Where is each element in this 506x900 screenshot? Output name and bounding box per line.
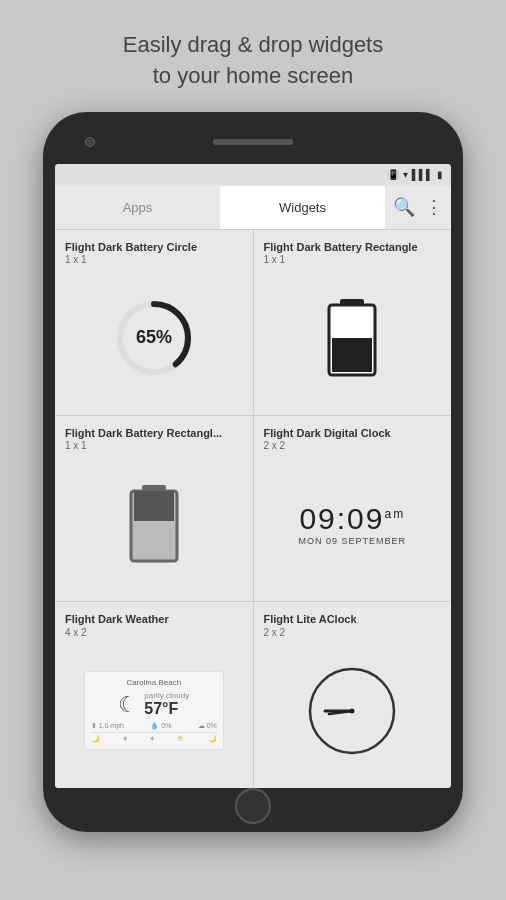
widget-digital-clock-size: 2 x 2 <box>264 440 442 451</box>
wifi-icon: ▾ <box>403 169 408 180</box>
header-line2: to your home screen <box>153 63 354 88</box>
widget-analog-clock-title: Flight Lite AClock <box>264 612 442 626</box>
tab-apps[interactable]: Apps <box>55 186 220 229</box>
widget-battery-circle-size: 1 x 1 <box>65 254 243 265</box>
weather-day4: ⛅ <box>177 735 186 743</box>
weather-moon-icon: ☾ <box>118 692 138 718</box>
battery-circle-svg: 65% <box>114 298 194 378</box>
vibrate-icon: 📳 <box>387 169 399 180</box>
battery-status-icon: ▮ <box>437 169 443 180</box>
clock-time-display: 09:09am <box>299 502 405 536</box>
phone-camera <box>85 137 95 147</box>
widget-battery-rect2-size: 1 x 1 <box>65 440 243 451</box>
phone-bottom-bar <box>55 788 451 824</box>
widget-digital-clock-title: Flight Dark Digital Clock <box>264 426 442 440</box>
widget-digital-clock[interactable]: Flight Dark Digital Clock 2 x 2 09:09am … <box>254 416 452 601</box>
widget-battery-rect2-preview <box>65 457 243 591</box>
widget-analog-clock[interactable]: Flight Lite AClock 2 x 2 <box>254 602 452 787</box>
digital-clock-visual: 09:09am MON 09 SEPTEMBER <box>298 502 406 546</box>
weather-day1: 🌙 <box>91 735 100 743</box>
weather-icon-row: ☾ partly cloudy 57°F <box>91 691 217 718</box>
weather-detail-2: 💧 0% <box>150 722 171 730</box>
battery-rect2-svg <box>128 483 180 565</box>
widget-battery-rect-preview <box>264 271 442 405</box>
clock-date-display: MON 09 SEPTEMBER <box>298 536 406 546</box>
battery-rect-visual <box>326 297 378 379</box>
svg-rect-8 <box>134 491 174 521</box>
weather-day2: ☀ <box>122 735 128 743</box>
tab-widgets[interactable]: Widgets <box>220 186 385 229</box>
svg-point-12 <box>350 708 355 713</box>
widget-battery-rect-size: 1 x 1 <box>264 254 442 265</box>
phone-screen: 📳 ▾ ▌▌▌ ▮ Apps Widgets 🔍 ⋮ Flight Dark B… <box>55 164 451 788</box>
weather-temp-display: partly cloudy 57°F <box>144 691 189 718</box>
widget-battery-circle[interactable]: Flight Dark Battery Circle 1 x 1 65% <box>55 230 253 415</box>
home-button[interactable] <box>235 788 271 824</box>
widget-battery-rect-title: Flight Dark Battery Rectangle <box>264 240 442 254</box>
header-text: Easily drag & drop widgets to your home … <box>123 30 383 92</box>
phone-top-bar <box>55 130 451 154</box>
battery-rect-svg <box>326 297 378 379</box>
widget-weather-title: Flight Dark Weather <box>65 612 243 626</box>
search-icon[interactable]: 🔍 <box>393 196 415 218</box>
phone-frame: 📳 ▾ ▌▌▌ ▮ Apps Widgets 🔍 ⋮ Flight Dark B… <box>43 112 463 832</box>
clock-ampm: am <box>384 507 405 521</box>
phone-speaker <box>213 139 293 145</box>
weather-details: ⬆ 1.0 mph 💧 0% ☁ 0% <box>91 722 217 730</box>
widget-weather-preview: Carolina Beach ☾ partly cloudy 57°F ⬆ 1.… <box>65 644 243 778</box>
weather-day3: ☀ <box>149 735 155 743</box>
status-bar: 📳 ▾ ▌▌▌ ▮ <box>55 164 451 186</box>
widget-analog-clock-size: 2 x 2 <box>264 627 442 638</box>
weather-temp-value: 57°F <box>144 700 189 718</box>
widget-battery-circle-preview: 65% <box>65 271 243 405</box>
widget-digital-clock-preview: 09:09am MON 09 SEPTEMBER <box>264 457 442 591</box>
widget-weather-size: 4 x 2 <box>65 627 243 638</box>
weather-location: Carolina Beach <box>91 678 217 687</box>
tab-apps-label: Apps <box>123 200 153 215</box>
svg-rect-5 <box>332 338 372 372</box>
svg-text:65%: 65% <box>136 327 172 347</box>
more-options-icon[interactable]: ⋮ <box>425 196 443 218</box>
widget-battery-rect2[interactable]: Flight Dark Battery Rectangl... 1 x 1 <box>55 416 253 601</box>
weather-detail-3: ☁ 0% <box>198 722 217 730</box>
weather-detail-1: ⬆ 1.0 mph <box>91 722 124 730</box>
tab-widgets-label: Widgets <box>279 200 326 215</box>
tab-actions: 🔍 ⋮ <box>385 196 451 218</box>
widget-battery-rect2-title: Flight Dark Battery Rectangl... <box>65 426 243 440</box>
weather-day5: 🌙 <box>208 735 217 743</box>
weather-condition: partly cloudy <box>144 691 189 700</box>
clock-time-value: 09:09 <box>299 502 384 535</box>
analog-clock-svg <box>307 666 397 756</box>
widget-battery-circle-title: Flight Dark Battery Circle <box>65 240 243 254</box>
tab-bar: Apps Widgets 🔍 ⋮ <box>55 186 451 230</box>
weather-extra: 🌙 ☀ ☀ ⛅ 🌙 <box>91 732 217 743</box>
widget-battery-rect[interactable]: Flight Dark Battery Rectangle 1 x 1 <box>254 230 452 415</box>
widget-analog-clock-preview <box>264 644 442 778</box>
widget-weather[interactable]: Flight Dark Weather 4 x 2 Carolina Beach… <box>55 602 253 787</box>
weather-visual: Carolina Beach ☾ partly cloudy 57°F ⬆ 1.… <box>84 671 224 750</box>
signal-icon: ▌▌▌ <box>412 169 433 180</box>
header-line1: Easily drag & drop widgets <box>123 32 383 57</box>
widgets-grid: Flight Dark Battery Circle 1 x 1 65% Fli… <box>55 230 451 788</box>
